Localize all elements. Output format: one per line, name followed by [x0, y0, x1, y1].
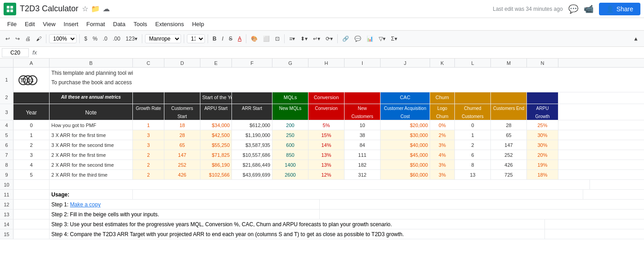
- cell-b10: [50, 180, 590, 189]
- row-7: 7 3 2 X ARR for the first time 2 147 $71…: [0, 150, 644, 160]
- collapse-button[interactable]: ▲: [631, 35, 640, 43]
- align-button[interactable]: ≡▾: [287, 35, 297, 43]
- zoom-select[interactable]: 100%: [49, 34, 77, 43]
- link-button[interactable]: 🔗: [340, 35, 351, 43]
- row-num-1: 1: [0, 68, 14, 92]
- row-4: 4 0 How you got to PMF 1 18 $34,000 $612…: [0, 120, 644, 130]
- menu-data[interactable]: Data: [109, 20, 129, 28]
- separator-3: [142, 34, 142, 43]
- separator-5: [208, 34, 208, 43]
- cell-c8-growth: 2: [133, 160, 164, 169]
- cell-b8-note: 2 X ARR for the second time: [50, 160, 133, 169]
- cell-b12-step1: Step 1: Make a copy: [50, 200, 320, 209]
- paint-format-button[interactable]: 🖌: [34, 35, 43, 43]
- row-num-7: 7: [0, 150, 14, 160]
- cell-n4-arpugrowth: 25%: [527, 120, 558, 130]
- cell-a15: [14, 229, 50, 239]
- cell-a1: T2D3: [14, 68, 50, 92]
- cell-a12: [14, 200, 50, 209]
- print-button[interactable]: 🖨: [23, 35, 32, 43]
- col-header-i: I: [345, 59, 381, 67]
- cell-a8-year: 4: [14, 160, 50, 169]
- menu-format[interactable]: Format: [83, 20, 109, 28]
- merge-button[interactable]: ⊡: [273, 35, 281, 43]
- col-header-b: B: [50, 59, 133, 67]
- cell-c2: [133, 92, 164, 104]
- cell-k7-logochurn: 4%: [430, 150, 455, 160]
- bold-button[interactable]: B: [211, 35, 218, 43]
- make-copy-link[interactable]: Make a copy: [70, 201, 100, 208]
- folder-icon[interactable]: 📁: [91, 5, 100, 13]
- cell-h6-conversion: 14%: [308, 140, 345, 150]
- cell-g2-mqls: MQLs: [272, 92, 308, 104]
- topbar: T2D3 Calculator ☆ 📁 ☁ Last edit was 34 m…: [0, 0, 644, 18]
- cell-e3-arpustart: ARPU Start: [200, 104, 232, 120]
- separator-7: [284, 34, 285, 43]
- borders-button[interactable]: ⬜: [261, 35, 272, 43]
- person-icon: 👤: [606, 5, 614, 13]
- star-icon[interactable]: ☆: [82, 5, 88, 13]
- cell-k3-logochurn: Logo Churn: [430, 104, 455, 120]
- separator-2: [79, 34, 80, 43]
- svg-rect-2: [10, 6, 13, 9]
- top-right-actions: Last edit was 34 minutes ago 💬 📹 👤 Share: [493, 3, 640, 15]
- separator-1: [46, 34, 46, 43]
- cell-d2: [164, 92, 200, 104]
- format-more-button[interactable]: 123▾: [124, 35, 139, 43]
- function-button[interactable]: Σ▾: [389, 35, 399, 43]
- underline-button[interactable]: S: [227, 35, 234, 43]
- font-size-select[interactable]: 11: [187, 34, 205, 43]
- comments-icon[interactable]: 💬: [568, 4, 578, 14]
- data-rows: 4 0 How you got to PMF 1 18 $34,000 $612…: [0, 120, 644, 180]
- share-button[interactable]: 👤 Share: [599, 3, 640, 15]
- cell-i6-newcust: 84: [345, 140, 381, 150]
- menu-tools[interactable]: Tools: [130, 20, 150, 28]
- cell-d3-custstart: Customers Start: [164, 104, 200, 120]
- text-wrap-button[interactable]: ↵▾: [311, 35, 322, 43]
- text-rotate-button[interactable]: ⟳▾: [324, 35, 335, 43]
- cell-j2-cac: CAC: [381, 92, 430, 104]
- cell-d4-custstart: 18: [164, 120, 200, 130]
- italic-button[interactable]: I: [220, 35, 225, 43]
- chart-button[interactable]: 📊: [365, 35, 375, 43]
- filter-button[interactable]: ▽▾: [377, 35, 387, 43]
- row-9: 9 5 2 X ARR for the third time 2 426 $10…: [0, 170, 644, 180]
- col-header-f: F: [232, 59, 272, 67]
- comment-button[interactable]: 💬: [353, 35, 363, 43]
- formula-input[interactable]: [41, 49, 642, 57]
- cell-i9-newcust: 312: [345, 170, 381, 179]
- redo-button[interactable]: ↪: [14, 35, 22, 43]
- menu-extensions[interactable]: Extensions: [152, 20, 188, 28]
- menu-edit[interactable]: Edit: [21, 20, 38, 28]
- cell-g6-mqls: 600: [272, 140, 308, 150]
- cell-f3-arrstart: ARR Start: [232, 104, 272, 120]
- col-header-e: E: [200, 59, 232, 67]
- fill-color-button[interactable]: 🎨: [249, 35, 259, 43]
- separator-6: [246, 34, 246, 43]
- cell-reference-input[interactable]: [2, 48, 29, 57]
- row-13: 13 Step 2: Fill in the beige cells with …: [0, 210, 644, 219]
- cell-m8-custend: 426: [491, 160, 527, 169]
- cell-e8-arpustart: $86,190: [200, 160, 232, 169]
- cell-k5-logochurn: 2%: [430, 130, 455, 140]
- meet-icon[interactable]: 📹: [584, 4, 594, 14]
- valign-button[interactable]: ⬍▾: [299, 35, 309, 43]
- menu-insert[interactable]: Insert: [60, 20, 82, 28]
- col-header-j: J: [381, 59, 430, 67]
- undo-button[interactable]: ↩: [4, 35, 12, 43]
- underline-a-button[interactable]: A: [236, 35, 243, 43]
- menu-help[interactable]: Help: [188, 20, 208, 28]
- cell-b4-note: How you got to PMF: [50, 120, 133, 130]
- cell-f9-arrstart: $43,699,699: [232, 170, 272, 179]
- cell-n6-arpugrowth: 30%: [527, 140, 558, 150]
- decimal-inc-button[interactable]: .00: [111, 35, 122, 43]
- menu-file[interactable]: File: [4, 20, 20, 28]
- cell-m5-custend: 65: [491, 130, 527, 140]
- menu-view[interactable]: View: [39, 20, 59, 28]
- decimal-dec-button[interactable]: .0: [101, 35, 109, 43]
- currency-button[interactable]: $: [82, 35, 89, 43]
- percent-button[interactable]: %: [91, 35, 100, 43]
- cell-b9-note: 2 X ARR for the third time: [50, 170, 133, 179]
- font-select[interactable]: Manrope: [145, 34, 181, 43]
- cloud-icon[interactable]: ☁: [103, 5, 110, 13]
